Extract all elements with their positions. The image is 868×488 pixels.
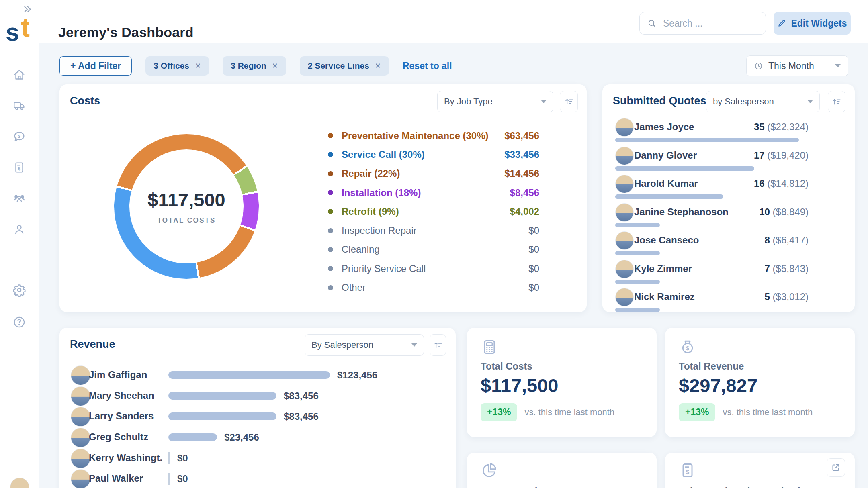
kpi-value: $297,827 (679, 374, 757, 396)
chip-close-icon[interactable]: ✕ (375, 62, 381, 69)
legend-dot (328, 285, 333, 290)
legend-row: Retrofit (9%) $4,002 (328, 202, 539, 221)
chip-label: 3 Offices (154, 61, 189, 71)
home-icon (12, 68, 26, 82)
search-input[interactable] (662, 18, 756, 29)
legend-label: Installation (18%) (342, 187, 421, 198)
jobs-ready-card: $ Jobs Ready to be Invoiced (665, 453, 855, 488)
salesperson-name: Mary Sheehan (89, 390, 163, 401)
quote-row: Danny Glover 17 ($19,420) (615, 146, 809, 174)
legend-dot (328, 247, 333, 252)
sort-icon (433, 340, 443, 350)
add-filter-button[interactable]: + Add Filter (59, 56, 132, 76)
quote-bar (615, 138, 799, 142)
edit-widgets-button[interactable]: Edit Widgets (774, 12, 851, 35)
costs-donut-center: $117,500 TOTAL COSTS (129, 149, 244, 263)
filter-bar: + Add Filter 3 Offices ✕ 3 Region ✕ 2 Se… (59, 56, 452, 76)
legend-dot (328, 171, 333, 176)
sidebar-item-customer[interactable] (10, 220, 29, 239)
quote-bar (615, 166, 754, 171)
pie-chart-icon (481, 461, 498, 481)
user-avatar[interactable] (10, 478, 29, 488)
period-dropdown[interactable]: This Month (746, 55, 848, 76)
total-revenue-kpi-card: $ Total Revenue $297,827 +13% vs. this t… (665, 328, 855, 437)
gross-margin-label: Gross margin (481, 486, 543, 488)
legend-label: Retrofit (9%) (342, 206, 399, 217)
quote-dollar-chat-icon: $ (12, 130, 26, 143)
costs-legend: Preventative Maintenance (30%) $63,456 S… (328, 126, 539, 297)
sidebar-item-dispatch[interactable] (10, 96, 29, 115)
revenue-groupby-dropdown[interactable]: By Salesperson (305, 334, 424, 356)
sidebar-item-quotes[interactable]: $ (10, 127, 29, 146)
costs-sort-button[interactable] (560, 91, 578, 112)
reset-filters-link[interactable]: Reset to all (403, 61, 452, 71)
svg-text:$: $ (18, 166, 21, 171)
sidebar-item-home[interactable] (10, 65, 29, 84)
quote-row: Harold Kumar 16 ($14,812) (615, 174, 809, 202)
revenue-value: $23,456 (224, 432, 259, 443)
salesperson-name: Jose Canseco (634, 235, 699, 246)
kpi-delta-row: +13% vs. this time last month (481, 403, 614, 421)
filter-chips: 3 Offices ✕ 3 Region ✕ 2 Service Lines ✕ (145, 56, 389, 76)
logo-letter-t: t (21, 12, 30, 43)
chip-label: 3 Region (231, 61, 266, 71)
legend-label: Service Call (30%) (342, 149, 425, 160)
user-icon (12, 223, 26, 236)
salesperson-avatar (71, 386, 90, 406)
quotes-groupby-dropdown[interactable]: by Salesperson (706, 91, 820, 112)
svg-text:$: $ (18, 134, 21, 139)
kpi-note: vs. this time last month (524, 407, 614, 418)
delta-badge: +13% (481, 403, 517, 421)
sidebar-item-settings[interactable] (10, 280, 29, 300)
revenue-sort-button[interactable] (430, 334, 446, 356)
page-title: Jeremy's Dashboard (58, 25, 194, 40)
chip-close-icon[interactable]: ✕ (195, 62, 201, 69)
chip-label: 2 Service Lines (308, 61, 369, 71)
revenue-row: Kerry Washingt... $0 (71, 448, 448, 469)
money-bag-icon: $ (679, 338, 696, 357)
salesperson-name: Larry Sanders (89, 410, 163, 422)
calculator-icon (481, 338, 498, 357)
sidebar-item-invoices[interactable]: $ (10, 158, 29, 177)
search-box[interactable] (639, 12, 766, 35)
zero-baseline-tick (168, 473, 170, 485)
app-root: s t $ $ Jeremy's Dashboard (0, 0, 868, 488)
delta-badge: +13% (679, 403, 715, 421)
truck-icon (12, 99, 26, 112)
salesperson-avatar (71, 407, 90, 427)
revenue-bar (168, 433, 217, 441)
search-icon (647, 18, 657, 28)
sidebar-item-team[interactable] (10, 189, 29, 208)
sidebar-item-help[interactable] (10, 312, 29, 332)
svg-text:$: $ (686, 345, 689, 351)
gear-icon (12, 283, 26, 297)
kpi-delta-row: +13% vs. this time last month (679, 403, 813, 421)
revenue-groupby-value: By Salesperson (311, 340, 373, 350)
chip-close-icon[interactable]: ✕ (272, 62, 278, 69)
legend-dot (328, 228, 333, 233)
revenue-value: $83,456 (284, 411, 319, 422)
legend-value: $33,456 (504, 149, 539, 160)
quotes-groupby-value: by Salesperson (713, 96, 774, 107)
salesperson-name: Janine Stephanoson (634, 206, 729, 218)
quotes-card-title: Submitted Quotes (613, 95, 706, 107)
quote-count: 8 (765, 235, 770, 245)
submitted-quotes-card: Submitted Quotes by Salesperson James Jo… (602, 84, 855, 312)
legend-label: Repair (22%) (342, 168, 400, 179)
costs-card-title: Costs (70, 95, 100, 107)
filter-chip[interactable]: 3 Offices ✕ (145, 56, 209, 76)
costs-groupby-dropdown[interactable]: By Job Type (437, 91, 553, 112)
filter-chip[interactable]: 2 Service Lines ✕ (300, 56, 389, 76)
salesperson-avatar (615, 118, 634, 137)
costs-groupby-value: By Job Type (444, 96, 493, 107)
quote-stats: 5 ($3,012) (765, 291, 809, 302)
open-jobs-external-button[interactable] (827, 458, 845, 477)
quote-row: Jose Canseco 8 ($6,417) (615, 231, 809, 259)
filter-chip[interactable]: 3 Region ✕ (223, 56, 286, 76)
legend-value: $8,456 (510, 187, 539, 198)
quote-count: 17 (754, 150, 765, 161)
app-logo[interactable]: s t (6, 12, 34, 44)
quotes-sort-button[interactable] (828, 91, 845, 112)
legend-dot (328, 266, 333, 271)
quote-amount: ($14,812) (767, 178, 809, 189)
